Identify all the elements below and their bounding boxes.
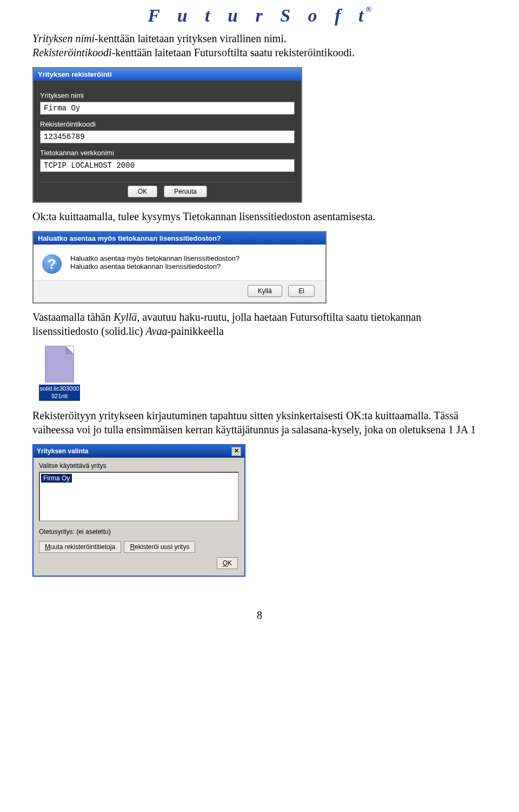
paragraph-2: Ok:ta kuittaamalla, tulee kysymys Tietok… [32, 209, 487, 223]
register-new-company-button[interactable]: Rekisteröi uusi yritys [124, 541, 195, 553]
license-file-icon[interactable]: solid.lic303000 921nti [32, 346, 86, 401]
page-number: 8 [32, 609, 487, 622]
question-icon: ? [42, 254, 62, 274]
yes-button[interactable]: Kyllä [248, 285, 282, 297]
modify-registration-button[interactable]: Muuta rekisteröintitietoja [39, 541, 121, 553]
default-company-label: Oletusyritys: (ei asetettu) [39, 528, 239, 536]
company-select-title: Yrityksen valinta [37, 447, 88, 455]
reg-code-label: Rekisteröintikoodi [40, 120, 295, 128]
license-question-title: Haluatko asentaa myös tietokannan lisens… [34, 232, 325, 245]
brand-text: F u t u r S o f t [148, 5, 370, 25]
cancel-button[interactable]: Peruuta [164, 186, 207, 197]
list-item[interactable]: Firma Oy [41, 474, 72, 483]
db-net-label: Tietokannan verkkonimi [40, 149, 295, 157]
ok-button[interactable]: OK [128, 186, 157, 197]
ok-button[interactable]: OK [217, 557, 238, 569]
company-select-dialog: Yrityksen valinta ✕ Valitse käytettävä y… [32, 444, 245, 577]
company-name-input[interactable] [40, 102, 295, 115]
paragraph-3: Vastaamalla tähän Kyllä, avautuu haku-ru… [32, 310, 487, 338]
company-name-label: Yrityksen nimi [40, 91, 295, 100]
file-label: solid.lic303000 921nti [39, 385, 81, 401]
registration-dialog: Yrityksen rekisteröinti Yrityksen nimi R… [32, 67, 302, 203]
license-question-text: Haluatko asentaa myös tietokannan lisens… [70, 254, 239, 270]
license-question-dialog: Haluatko asentaa myös tietokannan lisens… [32, 231, 327, 303]
close-icon[interactable]: ✕ [231, 447, 241, 456]
paragraph-4: Rekisteröityyn yritykseen kirjautuminen … [32, 408, 487, 437]
registration-dialog-title: Yrityksen rekisteröinti [34, 68, 301, 81]
file-icon [45, 346, 74, 382]
paragraph-1: Yrityksen nimi-kenttään laitetaan yrityk… [32, 31, 487, 60]
company-listbox[interactable]: Firma Oy [39, 472, 239, 521]
company-select-label: Valitse käytettävä yritys [39, 462, 239, 470]
reg-code-input[interactable] [40, 130, 295, 143]
brand-logo: F u t u r S o f t® [32, 5, 487, 26]
no-button[interactable]: Ei [288, 285, 315, 297]
trademark: ® [365, 5, 371, 14]
db-net-input[interactable] [40, 159, 295, 172]
